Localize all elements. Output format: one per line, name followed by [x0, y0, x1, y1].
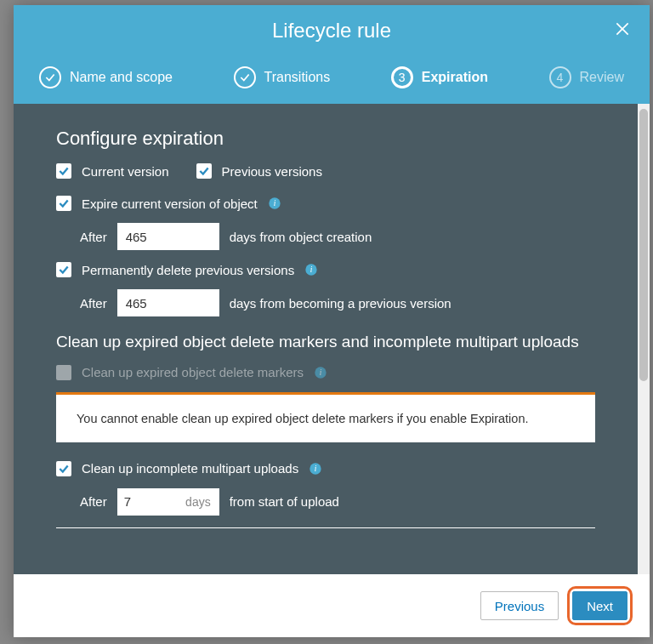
step-name-and-scope[interactable]: Name and scope — [39, 66, 173, 88]
step-label: Review — [580, 70, 624, 85]
version-selector-row: Current version Previous versions — [56, 163, 595, 179]
close-button[interactable] — [612, 19, 633, 39]
expire-current-after-row: After days from object creation — [80, 223, 595, 250]
wizard-stepper: Name and scope Transitions 3 Expiration … — [31, 56, 633, 104]
divider — [56, 527, 595, 528]
info-icon[interactable]: i — [268, 197, 281, 210]
svg-text:i: i — [320, 368, 322, 377]
step-complete-icon — [234, 66, 256, 88]
step-label: Name and scope — [70, 70, 173, 85]
warning-box: You cannot enable clean up expired objec… — [56, 392, 595, 442]
checkbox-cleanup-multipart[interactable] — [56, 461, 71, 476]
step-label: Expiration — [422, 70, 488, 85]
next-button-highlight: Next — [567, 586, 633, 625]
label-after: After — [80, 230, 107, 244]
modal-title: Lifecycle rule — [31, 19, 633, 43]
label-perm-delete: Permanently delete previous versions — [82, 263, 294, 277]
svg-text:i: i — [315, 464, 317, 473]
label-after: After — [80, 296, 107, 311]
step-label: Transitions — [264, 70, 331, 85]
modal-footer: Previous Next — [14, 574, 650, 637]
step-review[interactable]: 4 Review — [549, 66, 624, 88]
cleanup-multipart-row: Clean up incomplete multipart uploads i — [56, 461, 595, 476]
cleanup-markers-row: Clean up expired object delete markers i — [56, 365, 595, 380]
input-multipart-days[interactable] — [117, 488, 185, 516]
scrollbar-thumb[interactable] — [639, 109, 648, 381]
perm-delete-after-row: After days from becoming a previous vers… — [80, 289, 595, 316]
step-number: 4 — [549, 66, 571, 88]
checkbox-current-version[interactable] — [56, 163, 71, 179]
checkbox-expire-current[interactable] — [56, 196, 71, 211]
section-heading-cleanup: Clean up expired object delete markers a… — [56, 332, 595, 353]
step-complete-icon — [39, 66, 61, 88]
label-cleanup-multipart: Clean up incomplete multipart uploads — [82, 461, 298, 476]
step-expiration[interactable]: 3 Expiration — [391, 66, 488, 88]
label-multipart-suffix: from start of upload — [230, 494, 339, 509]
step-number: 3 — [391, 66, 413, 88]
multipart-after-row: After days from start of upload — [80, 488, 595, 516]
label-expire-current-suffix: days from object creation — [230, 230, 372, 244]
step-transitions[interactable]: Transitions — [234, 66, 331, 88]
input-expire-current-days[interactable] — [117, 223, 219, 250]
label-after: After — [80, 494, 107, 509]
input-perm-delete-days[interactable] — [117, 289, 219, 316]
info-icon[interactable]: i — [314, 366, 327, 379]
expire-current-row: Expire current version of object i — [56, 196, 595, 211]
label-expire-current: Expire current version of object — [82, 197, 258, 211]
previous-button[interactable]: Previous — [480, 591, 559, 620]
section-heading-configure: Configure expiration — [56, 128, 595, 150]
info-icon[interactable]: i — [304, 263, 318, 276]
lifecycle-rule-modal: Lifecycle rule Name and scope Transition… — [14, 5, 650, 637]
info-icon[interactable]: i — [309, 462, 322, 476]
checkbox-cleanup-markers — [56, 365, 71, 380]
label-perm-delete-suffix: days from becoming a previous version — [230, 296, 451, 311]
svg-text:i: i — [273, 199, 275, 208]
input-multipart-days-wrap: days — [117, 488, 219, 516]
warning-text: You cannot enable clean up expired objec… — [77, 412, 528, 425]
next-button[interactable]: Next — [572, 591, 627, 620]
label-previous-versions: Previous versions — [222, 164, 322, 179]
modal-body: Configure expiration Current version Pre… — [14, 104, 638, 574]
label-unit-days: days — [185, 488, 219, 516]
checkbox-perm-delete[interactable] — [56, 262, 71, 277]
perm-delete-row: Permanently delete previous versions i — [56, 262, 595, 277]
modal-header: Lifecycle rule Name and scope Transition… — [14, 5, 650, 104]
modal-body-wrap: Configure expiration Current version Pre… — [14, 104, 650, 574]
label-cleanup-markers: Clean up expired object delete markers — [82, 365, 304, 379]
close-icon — [614, 20, 631, 37]
label-current-version: Current version — [82, 164, 169, 179]
scrollbar[interactable] — [638, 104, 650, 574]
checkbox-previous-versions[interactable] — [196, 163, 212, 179]
svg-text:i: i — [310, 265, 313, 274]
